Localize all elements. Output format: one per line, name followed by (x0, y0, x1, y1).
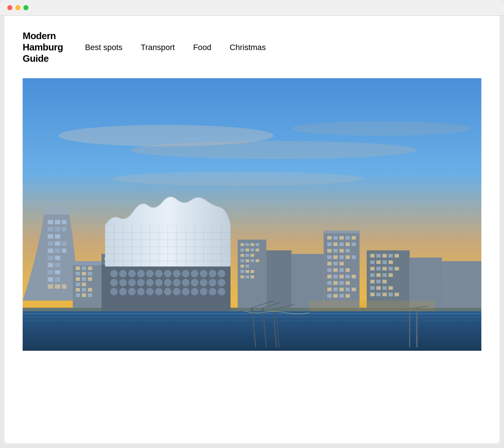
svg-rect-31 (55, 277, 60, 281)
svg-rect-34 (62, 284, 66, 289)
svg-rect-182 (345, 274, 350, 278)
svg-point-94 (182, 270, 190, 277)
site-logo[interactable]: Modern Hamburg Guide (23, 30, 63, 65)
svg-rect-202 (382, 254, 387, 258)
traffic-close[interactable] (7, 5, 12, 10)
svg-rect-199 (442, 261, 481, 308)
svg-rect-43 (76, 277, 80, 281)
svg-rect-198 (410, 257, 442, 307)
svg-rect-218 (370, 280, 375, 283)
svg-rect-195 (339, 294, 344, 297)
svg-point-95 (191, 270, 198, 277)
svg-point-123 (209, 288, 216, 295)
svg-rect-46 (76, 282, 80, 286)
svg-rect-196 (345, 294, 350, 297)
svg-rect-150 (251, 275, 254, 278)
svg-rect-142 (256, 259, 259, 262)
svg-rect-37 (76, 266, 80, 270)
svg-rect-216 (382, 273, 387, 277)
svg-rect-148 (241, 275, 244, 278)
svg-point-113 (119, 288, 127, 295)
svg-rect-167 (327, 255, 332, 259)
svg-rect-161 (345, 242, 350, 246)
svg-point-102 (137, 279, 145, 286)
svg-rect-140 (245, 259, 249, 262)
nav-link-food[interactable]: Food (193, 43, 211, 52)
svg-rect-133 (245, 248, 249, 251)
svg-rect-173 (333, 262, 338, 265)
svg-rect-169 (339, 255, 344, 259)
svg-rect-8 (23, 316, 481, 317)
svg-rect-128 (241, 243, 244, 246)
svg-rect-194 (333, 294, 338, 297)
browser-content: Modern Hamburg Guide Best spots Transpor… (4, 16, 500, 443)
svg-point-114 (128, 288, 135, 295)
svg-rect-188 (327, 288, 332, 291)
svg-rect-16 (48, 234, 53, 239)
svg-rect-207 (382, 260, 387, 264)
svg-point-110 (209, 279, 216, 286)
svg-rect-229 (395, 292, 399, 296)
svg-point-124 (218, 288, 225, 295)
svg-point-99 (110, 279, 118, 286)
svg-rect-163 (327, 249, 332, 253)
svg-rect-201 (376, 254, 381, 258)
svg-rect-217 (389, 273, 393, 277)
svg-point-98 (218, 270, 225, 277)
traffic-minimize[interactable] (15, 5, 20, 10)
svg-point-105 (164, 279, 172, 286)
svg-rect-189 (333, 288, 338, 291)
svg-rect-180 (333, 274, 338, 278)
svg-rect-225 (370, 292, 375, 296)
nav-item-food[interactable]: Food (193, 43, 211, 52)
traffic-maximize[interactable] (23, 5, 28, 10)
svg-rect-143 (241, 265, 244, 267)
svg-point-109 (200, 279, 207, 286)
svg-rect-47 (82, 282, 86, 286)
svg-rect-227 (382, 292, 387, 296)
svg-point-92 (164, 270, 172, 277)
svg-rect-50 (88, 288, 92, 292)
svg-rect-219 (376, 280, 381, 283)
svg-rect-136 (241, 254, 244, 257)
nav-item-transport[interactable]: Transport (141, 43, 175, 52)
svg-rect-146 (245, 270, 249, 273)
svg-rect-9 (23, 320, 481, 321)
svg-rect-129 (245, 243, 249, 246)
svg-rect-18 (48, 241, 53, 246)
svg-point-96 (200, 270, 207, 277)
svg-rect-20 (62, 241, 66, 246)
svg-rect-191 (345, 288, 350, 291)
nav-item-best-spots[interactable]: Best spots (85, 43, 123, 52)
svg-rect-175 (327, 268, 332, 272)
svg-rect-48 (76, 288, 80, 292)
svg-rect-30 (48, 277, 53, 281)
svg-rect-166 (345, 249, 350, 253)
svg-rect-206 (376, 260, 381, 264)
svg-rect-49 (82, 288, 86, 292)
svg-rect-45 (88, 277, 92, 281)
nav-link-transport[interactable]: Transport (141, 43, 175, 52)
svg-rect-137 (245, 254, 249, 257)
svg-rect-25 (55, 255, 60, 260)
svg-rect-164 (333, 249, 338, 253)
svg-rect-211 (382, 267, 387, 270)
nav-item-christmas[interactable]: Christmas (230, 43, 266, 52)
nav-links: Best spots Transport Food Christmas (85, 43, 266, 52)
nav-link-christmas[interactable]: Christmas (230, 43, 266, 52)
svg-rect-155 (339, 236, 344, 239)
svg-rect-53 (88, 293, 92, 297)
svg-point-116 (146, 288, 154, 295)
svg-rect-13 (48, 227, 53, 231)
svg-point-120 (182, 288, 190, 295)
svg-rect-222 (376, 286, 381, 290)
svg-rect-138 (251, 254, 254, 257)
svg-rect-156 (345, 236, 350, 239)
svg-rect-241 (309, 300, 435, 311)
svg-rect-149 (245, 275, 249, 278)
svg-rect-126 (266, 250, 291, 308)
nav-link-best-spots[interactable]: Best spots (85, 43, 123, 52)
svg-rect-134 (251, 248, 254, 251)
svg-rect-178 (345, 268, 350, 272)
svg-rect-132 (241, 248, 244, 251)
